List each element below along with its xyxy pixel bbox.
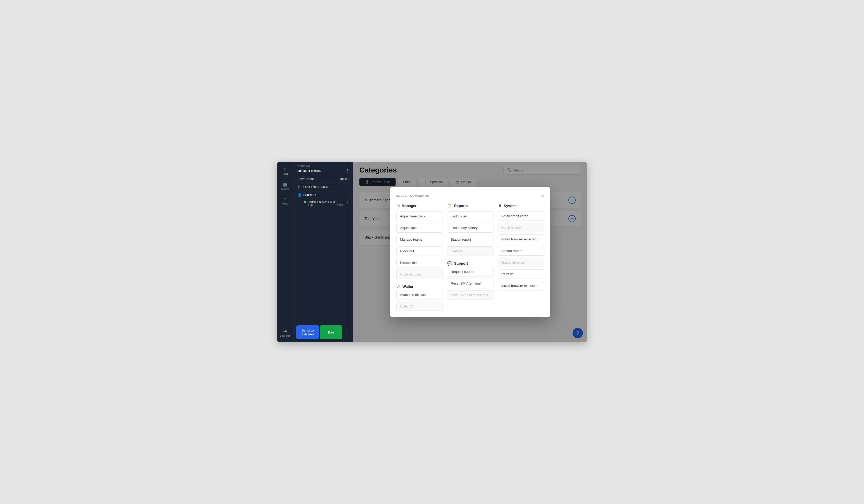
nav-item-home[interactable]: ⌂ HOME [277, 164, 293, 179]
nav-label-home: HOME [282, 173, 289, 175]
item-name: Soulful Chicken Soup [308, 200, 345, 204]
fork-icon: 🍴 [297, 185, 301, 189]
install-browser-ext-2-button[interactable]: Install browser extension [497, 281, 544, 291]
batch-history-button[interactable]: Batch history [497, 223, 544, 232]
nav-bottom: ⇥ LOG OUT [278, 325, 292, 340]
order-id: Order-828 [297, 164, 350, 167]
install-browser-ext-button[interactable]: Install browser extension [497, 234, 544, 244]
refresh-button[interactable]: Refresh [497, 269, 544, 279]
send-spot-logs-button[interactable]: Send Spot On tablet logs [447, 290, 493, 300]
reports-icon: 📋 [447, 204, 452, 208]
item-qty-price: 1 QT $39.99 [308, 204, 345, 207]
item-dots[interactable]: ⋮ [346, 200, 350, 205]
for-the-table-section: 🍴 FOR THE TABLE [294, 183, 353, 191]
guest-section: 👤 GUEST 1 ⋮ ⋮⋮ Soulful Chicken Soup 1 QT… [294, 191, 353, 210]
waiter-header: ☺ Waiter [396, 284, 443, 289]
reports-header: 📋 Reports [447, 204, 493, 208]
support-section: 💬 Support Request support Reset EMV term… [447, 261, 493, 300]
modal-columns: ⊙ Manager Adjust time clock Adjust Tips … [396, 204, 544, 311]
caller-id-button[interactable]: Caller ID [396, 302, 443, 311]
cash-deposits-button[interactable]: Cash deposits [396, 270, 443, 279]
table-label: Table 3 [339, 177, 350, 181]
nav-label-menu: MENU [282, 203, 289, 205]
reset-emv-button[interactable]: Reset EMV terminal [447, 279, 493, 288]
station-report-button[interactable]: Station report [447, 235, 493, 244]
logout-icon: ⇥ [283, 329, 287, 334]
more-actions-button[interactable]: ⋮ [344, 325, 351, 339]
nav-item-menu[interactable]: ≡ MENU [277, 193, 293, 208]
nav-item-tables[interactable]: ▦ TABLES [277, 179, 293, 193]
manager-header: ⊙ Manager [396, 204, 443, 208]
guest-label: GUEST 1 [303, 193, 316, 197]
item-details: Soulful Chicken Soup 1 QT $39.99 [308, 200, 345, 207]
guest-dots[interactable]: ⋮ [347, 193, 350, 197]
main-content: Categories 🔍 🍴 For the Table Sides 🍴 Spe… [353, 162, 587, 342]
select-commands-modal: SELECT COMMANDS × ⊙ Manager Adjust time … [390, 187, 550, 317]
modal-overlay: SELECT COMMANDS × ⊙ Manager Adjust time … [353, 162, 587, 342]
manager-icon: ⊙ [396, 204, 400, 208]
system-icon: 🖥 [497, 204, 502, 208]
send-to-kitchen-button[interactable]: Send to Kitchen [296, 325, 319, 339]
manage-teams-button[interactable]: Manage teams [396, 235, 443, 244]
nav-item-logout[interactable]: ⇥ LOG OUT [278, 325, 292, 340]
reports-column: 📋 Reports End of day End of day history … [447, 204, 493, 311]
person-icon: 👤 [297, 193, 302, 197]
serve-name: Serve Name [297, 177, 315, 181]
disable-dish-button[interactable]: Disable dish [396, 258, 443, 268]
clock-out-button[interactable]: Clock out [396, 246, 443, 256]
tables-icon: ▦ [283, 182, 288, 187]
toggle-fullscreen-button[interactable]: Toggle fullscreen [497, 258, 544, 267]
end-of-day-button[interactable]: End of day [447, 211, 493, 221]
order-item: ⋮⋮ Soulful Chicken Soup 1 QT $39.99 ⋮ [297, 199, 350, 208]
guest-header-left: 👤 GUEST 1 [297, 193, 316, 197]
manager-column: ⊙ Manager Adjust time clock Adjust Tips … [396, 204, 443, 311]
system-header: 🖥 System [497, 204, 544, 208]
support-header: 💬 Support [447, 261, 493, 266]
sidebar-top: Order-828 ORDER NAME ⋮ Serve Name Table … [294, 162, 353, 322]
item-handle: ⋮⋮ [297, 200, 302, 203]
batch-credit-button[interactable]: Batch credit cards [497, 211, 544, 221]
adjust-time-clock-button[interactable]: Adjust time clock [396, 211, 443, 221]
system-column: 🖥 System Batch credit cards Batch histor… [497, 204, 544, 311]
item-qty: 1 QT [308, 204, 313, 207]
nav-label-logout: LOG OUT [280, 335, 290, 337]
modal-close-button[interactable]: × [541, 193, 544, 198]
end-of-day-history-button[interactable]: End of day history [447, 223, 493, 233]
serve-name-row: Serve Name Table 3 [294, 175, 353, 183]
order-header: Order-828 ORDER NAME ⋮ [294, 162, 353, 175]
support-icon: 💬 [447, 261, 452, 266]
modal-header: SELECT COMMANDS × [396, 193, 544, 198]
menu-icon: ≡ [284, 196, 287, 202]
left-nav: ⌂ HOME ▦ TABLES ≡ MENU ⇥ LOG OUT [277, 162, 294, 342]
app-container: ⌂ HOME ▦ TABLES ≡ MENU ⇥ LOG OUT Order-8… [277, 162, 587, 342]
home-icon: ⌂ [284, 167, 287, 172]
pay-button[interactable]: Pay [320, 325, 343, 339]
request-support-button[interactable]: Request support [447, 267, 493, 276]
item-price: $39.99 [336, 204, 345, 207]
modal-title: SELECT COMMANDS [396, 194, 429, 197]
sidebar-panel: Order-828 ORDER NAME ⋮ Serve Name Table … [294, 162, 353, 342]
order-name-row: ORDER NAME ⋮ [297, 168, 350, 173]
item-status-dot [304, 201, 306, 203]
nav-label-tables: TABLES [281, 188, 289, 190]
bottom-actions: Send to Kitchen Pay ⋮ [294, 322, 353, 342]
for-the-table-header: 🍴 FOR THE TABLE [297, 185, 350, 189]
waiter-section: ☺ Waiter Attach credit card Caller ID [396, 284, 443, 311]
attach-credit-button[interactable]: Attach credit card [396, 290, 443, 299]
station-report-sys-button[interactable]: Station report [497, 246, 544, 256]
guest-header: 👤 GUEST 1 ⋮ [297, 193, 350, 197]
order-name-dots[interactable]: ⋮ [346, 168, 350, 173]
waiter-icon: ☺ [396, 284, 400, 289]
order-name-label: ORDER NAME [297, 169, 322, 173]
reports-button[interactable]: Reports [447, 246, 493, 256]
adjust-tips-button[interactable]: Adjust Tips [396, 223, 443, 233]
